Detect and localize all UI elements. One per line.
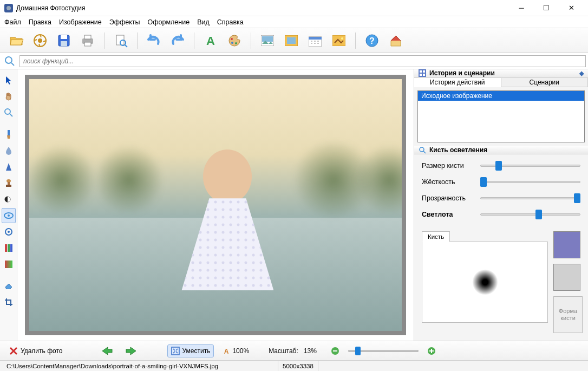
history-tabs: История действий Сценарии: [414, 78, 588, 87]
svg-rect-39: [8, 244, 10, 252]
save-button[interactable]: [53, 31, 75, 50]
svg-rect-51: [333, 350, 337, 352]
minimize-button[interactable]: ─: [509, 0, 534, 16]
history-list[interactable]: Исходное изображение: [417, 90, 585, 142]
palette-button[interactable]: [224, 31, 245, 50]
menu-help[interactable]: Справка: [217, 18, 244, 26]
svg-point-15: [235, 42, 237, 44]
foreground-color-swatch[interactable]: [553, 231, 580, 258]
canvas-wrap: [17, 69, 414, 341]
postcard-button[interactable]: [328, 31, 350, 50]
collapse-icon[interactable]: ◆: [579, 70, 584, 77]
text-tool-button[interactable]: A: [200, 31, 221, 50]
canvas-area: [17, 69, 414, 341]
home-button[interactable]: [385, 31, 407, 50]
menu-file[interactable]: Файл: [4, 18, 21, 26]
fit-to-screen-button[interactable]: Уместить: [167, 344, 214, 357]
history-icon: [419, 69, 426, 77]
menu-image[interactable]: Изображение: [59, 18, 102, 26]
slider-brush-size[interactable]: [480, 162, 580, 170]
svg-rect-31: [6, 185, 11, 187]
zoom-tool[interactable]: [2, 105, 16, 120]
svg-rect-48: [172, 347, 179, 355]
svg-rect-30: [8, 182, 10, 185]
background-color-swatch[interactable]: [553, 264, 580, 291]
help-button[interactable]: ?: [361, 31, 383, 50]
toolbar-separator: [251, 32, 251, 49]
status-dimensions: 5000x3338: [278, 361, 318, 371]
delete-photo-button[interactable]: Удалить фото: [5, 344, 66, 357]
brush-shape-button[interactable]: Форма кисти: [553, 296, 583, 333]
zoom-slider[interactable]: [348, 350, 419, 352]
gallery-button[interactable]: [29, 31, 51, 50]
delete-icon: [9, 346, 18, 356]
open-file-button[interactable]: [5, 31, 27, 50]
history-item[interactable]: Исходное изображение: [418, 91, 584, 101]
menu-effects[interactable]: Эффекты: [109, 18, 140, 26]
menu-decoration[interactable]: Оформление: [148, 18, 190, 26]
next-image-button[interactable]: [122, 344, 140, 357]
svg-rect-54: [431, 349, 432, 353]
svg-point-3: [38, 38, 42, 43]
page-preview-button[interactable]: [110, 31, 132, 50]
undo-button[interactable]: [143, 31, 165, 50]
slider-lightness[interactable]: [480, 211, 580, 218]
color-bars-tool[interactable]: [2, 240, 16, 256]
sharpen-tool[interactable]: [2, 159, 16, 174]
toolbar-separator: [104, 32, 104, 49]
slider-hardness[interactable]: [480, 178, 580, 186]
crop-tool[interactable]: [2, 295, 16, 310]
text-icon: A: [223, 347, 230, 355]
svg-rect-38: [5, 244, 7, 252]
svg-point-37: [8, 231, 10, 233]
search-icon: [2, 56, 17, 67]
blur-tool[interactable]: [2, 143, 16, 158]
label-brush-size: Размер кисти: [422, 162, 476, 170]
tab-brush[interactable]: Кисть: [422, 231, 450, 242]
tab-scenarios[interactable]: Сценарии: [501, 78, 589, 87]
svg-rect-45: [420, 74, 422, 76]
slider-opacity[interactable]: [480, 194, 580, 202]
stamp-tool[interactable]: [2, 175, 16, 191]
calendar-button[interactable]: [304, 31, 326, 50]
svg-rect-28: [8, 130, 10, 135]
zoom-100-button[interactable]: A 100%: [219, 346, 252, 356]
tab-history[interactable]: История действий: [414, 78, 501, 87]
menu-bar: Файл Правка Изображение Эффекты Оформлен…: [0, 16, 588, 28]
zoom-out-button[interactable]: [328, 345, 343, 357]
image-frame-button[interactable]: [280, 31, 302, 50]
brush-tool[interactable]: [2, 127, 16, 142]
canvas-image[interactable]: [29, 79, 402, 331]
lighten-brush-tool[interactable]: [2, 208, 16, 223]
close-button[interactable]: ✕: [559, 0, 584, 16]
label-lightness: Светлота: [422, 211, 476, 218]
gradient-tool[interactable]: [2, 257, 16, 272]
main-area: История и сценарии ◆ История действий Сц…: [0, 69, 588, 341]
zoom-in-button[interactable]: [424, 345, 439, 357]
image-landscape-button[interactable]: [257, 31, 278, 50]
menu-edit[interactable]: Правка: [29, 18, 51, 26]
dodge-tool[interactable]: [2, 192, 16, 207]
eraser-tool[interactable]: [2, 278, 16, 294]
maximize-button[interactable]: ☐: [534, 0, 559, 16]
svg-point-23: [341, 37, 343, 40]
prev-image-button[interactable]: [98, 344, 116, 357]
pointer-tool[interactable]: [2, 73, 16, 88]
redo-button[interactable]: [167, 31, 188, 50]
print-button[interactable]: [77, 31, 99, 50]
svg-rect-40: [10, 244, 12, 252]
svg-rect-19: [287, 37, 296, 44]
status-filepath: C:\Users\ContentManager\Downloads\portra…: [2, 361, 278, 371]
slider-opacity-row: Прозрачность: [422, 194, 580, 202]
svg-rect-5: [61, 35, 67, 39]
darken-brush-tool[interactable]: [2, 224, 16, 239]
svg-rect-6: [61, 41, 67, 46]
svg-point-27: [5, 109, 10, 114]
svg-point-35: [8, 214, 10, 217]
menu-view[interactable]: Вид: [197, 18, 210, 26]
window-title: Домашняя Фотостудия: [16, 4, 509, 12]
titlebar: Домашняя Фотостудия ─ ☐ ✕: [0, 0, 588, 16]
hand-tool[interactable]: [2, 89, 16, 104]
search-input[interactable]: [19, 55, 586, 67]
brush-icon: [419, 146, 426, 154]
